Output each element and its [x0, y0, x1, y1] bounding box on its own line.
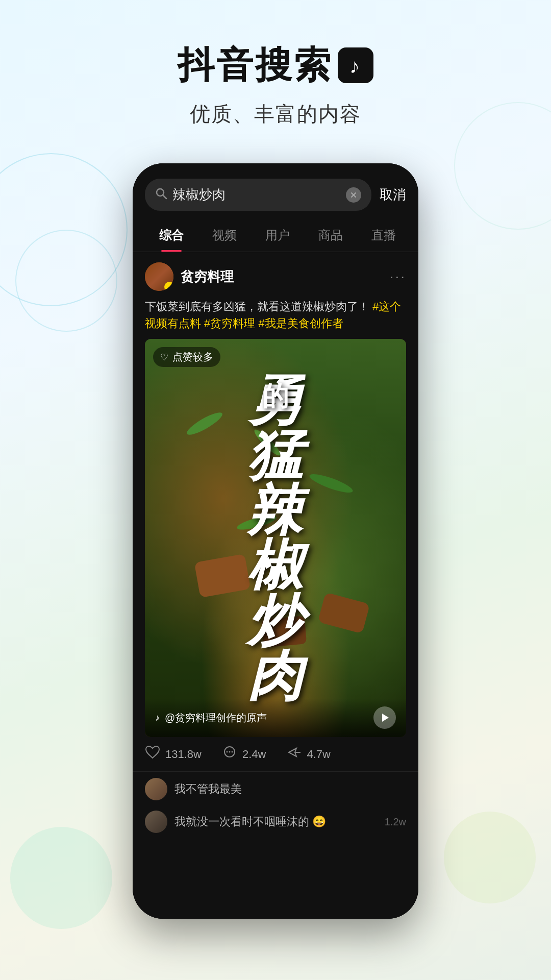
likes-stat[interactable]: 131.8w: [145, 745, 202, 763]
search-query: 辣椒炒肉: [172, 186, 341, 204]
tab-video[interactable]: 视频: [198, 219, 251, 252]
shares-stat[interactable]: 4.7w: [286, 745, 330, 763]
comments-count: 2.4w: [242, 748, 266, 761]
post-description: 下饭菜到底有多凶猛，就看这道辣椒炒肉了！ #这个视频有点料 #贫穷料理 #我是美…: [133, 298, 418, 339]
comment-icon: [222, 745, 237, 763]
audio-text: @贫穷料理创作的原声: [165, 711, 267, 725]
app-subtitle: 优质、丰富的内容: [0, 100, 551, 128]
search-icon: [155, 187, 167, 203]
heart-icon: [145, 745, 160, 763]
post-description-text: 下饭菜到底有多凶猛，就看这道辣椒炒肉了！: [145, 300, 369, 313]
tab-audio[interactable]: 音: [410, 219, 418, 252]
svg-marker-9: [382, 714, 389, 722]
more-options-button[interactable]: ···: [390, 268, 406, 285]
share-icon: [286, 745, 302, 763]
video-bottom-bar: ♪ @贫穷料理创作的原声: [145, 698, 406, 737]
tab-product[interactable]: 商品: [304, 219, 357, 252]
post-header: ✓ 贫穷料理 ···: [133, 252, 418, 298]
svg-text:✓: ✓: [167, 285, 171, 290]
avatar[interactable]: ✓: [145, 262, 173, 291]
video-container[interactable]: 勇猛辣椒炒肉 的 ♡ 点赞较多 ♪ @贫穷料理创作的原声: [145, 339, 406, 737]
video-text-top: 的: [262, 379, 289, 414]
audio-info: ♪ @贫穷料理创作的原声: [155, 711, 267, 725]
shares-count: 4.7w: [307, 748, 330, 761]
verified-badge: ✓: [164, 282, 173, 291]
app-title: 抖音搜索 ♪: [0, 41, 551, 90]
comment-username-1: 我不管我最美: [174, 781, 242, 797]
play-button[interactable]: [373, 706, 396, 729]
tab-user[interactable]: 用户: [251, 219, 304, 252]
user-info: ✓ 贫穷料理: [145, 262, 234, 291]
svg-text:♪: ♪: [349, 55, 362, 77]
tab-comprehensive[interactable]: 综合: [145, 219, 198, 252]
tiktok-small-icon: ♪: [155, 713, 160, 723]
post-container: ✓ 贫穷料理 ··· 下饭菜到底有多凶猛，就看这道辣椒炒肉了！ #这个视频有点料…: [133, 252, 418, 919]
comment-row-1: 我不管我最美: [133, 771, 418, 806]
bg-circle-2: [15, 230, 117, 332]
comment-row-2: 我就没一次看时不咽唾沫的 😄 1.2w: [133, 806, 418, 833]
likes-badge: ♡ 点赞较多: [153, 347, 220, 367]
heart-icon-small: ♡: [160, 352, 168, 363]
svg-point-13: [231, 751, 233, 753]
phone-mockup: 辣椒炒肉 取消 综合 视频 用户: [133, 163, 418, 919]
tabs-container: 综合 视频 用户 商品 直播 音: [133, 219, 418, 252]
bg-blob-left: [10, 827, 112, 929]
svg-point-12: [229, 751, 230, 753]
comment-text-2: 我就没一次看时不咽唾沫的 😄: [174, 814, 326, 829]
commenter-avatar-2: [145, 811, 167, 833]
likes-count: 131.8w: [165, 748, 202, 761]
stats-row: 131.8w 2.4w: [133, 737, 418, 771]
svg-line-3: [163, 195, 166, 199]
app-title-text: 抖音搜索: [178, 41, 333, 90]
comments-stat[interactable]: 2.4w: [222, 745, 266, 763]
search-bar-container: 辣椒炒肉 取消: [133, 163, 418, 219]
video-text-overlay: 勇猛辣椒炒肉 的: [145, 339, 406, 737]
header-section: 抖音搜索 ♪ 优质、丰富的内容: [0, 0, 551, 149]
cancel-button[interactable]: 取消: [380, 186, 406, 204]
comment-count-2: 1.2w: [385, 816, 406, 828]
video-overlay-text: 勇猛辣椒炒肉: [237, 362, 314, 714]
bg-blob-right: [444, 812, 536, 903]
tiktok-logo-icon: ♪: [338, 47, 373, 83]
likes-badge-text: 点赞较多: [172, 350, 213, 364]
username[interactable]: 贫穷料理: [181, 268, 234, 286]
app-content: 辣椒炒肉 取消 综合 视频 用户: [133, 163, 418, 919]
commenter-avatar-1: [145, 778, 167, 800]
clear-search-icon[interactable]: [346, 187, 361, 203]
tab-live[interactable]: 直播: [357, 219, 410, 252]
svg-point-11: [226, 751, 228, 753]
search-bar[interactable]: 辣椒炒肉: [145, 179, 371, 211]
